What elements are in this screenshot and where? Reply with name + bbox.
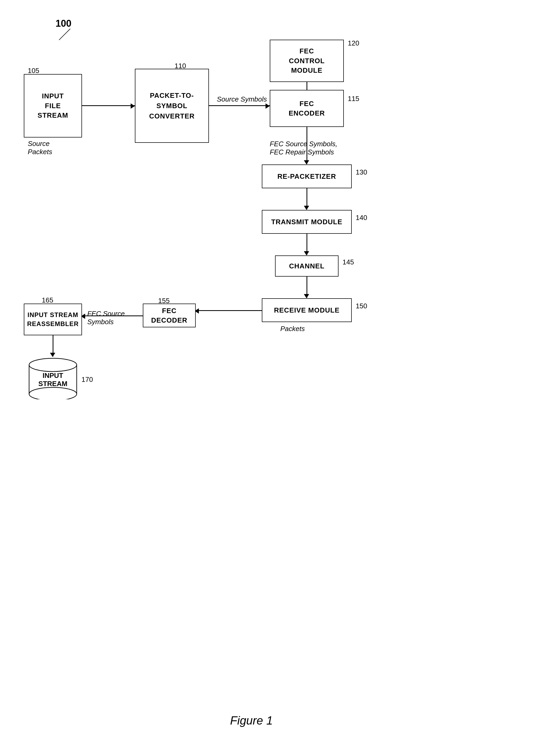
- ref-105: 105: [28, 67, 39, 75]
- ref-115: 115: [348, 95, 359, 103]
- fec-decoder-box: FEC DECODER: [143, 304, 196, 327]
- fec-encoder-box: FEC ENCODER: [270, 90, 344, 127]
- fec-control-module-box: FEC CONTROL MODULE: [270, 40, 344, 82]
- packets-label: Packets: [280, 325, 305, 333]
- fec-symbols-label: FEC Source Symbols, FEC Repair Symbols: [270, 132, 337, 156]
- input-stream-cylinder: INPUTSTREAM: [26, 357, 79, 399]
- channel-box: CHANNEL: [275, 255, 339, 277]
- diagram: 100 INPUT FILE STREAM 105 Source Packets…: [0, 0, 544, 756]
- ref-120: 120: [348, 39, 359, 47]
- source-symbols-label: Source Symbols: [217, 95, 267, 103]
- ref-155: 155: [158, 297, 170, 305]
- re-packetizer-box: RE-PACKETIZER: [262, 164, 352, 188]
- ref-150: 150: [356, 302, 367, 310]
- ref-170: 170: [81, 375, 93, 384]
- input-file-stream-box: INPUT FILE STREAM: [24, 74, 82, 138]
- input-stream-reassembler-box: INPUT STREAM REASSEMBLER: [24, 304, 82, 335]
- diagram-title: 100: [56, 18, 71, 29]
- figure-label: Figure 1: [230, 714, 273, 727]
- source-packets-label: Source Packets: [28, 140, 52, 156]
- fec-source-symbols-label: FEC Source Symbols: [87, 301, 125, 326]
- receive-module-box: RECEIVE MODULE: [262, 298, 352, 322]
- ref-165: 165: [42, 296, 53, 304]
- ref-145: 145: [342, 258, 354, 266]
- svg-point-1: [29, 358, 77, 372]
- ref-140: 140: [356, 214, 367, 222]
- ref-130: 130: [356, 168, 367, 176]
- ref-110: 110: [175, 62, 186, 70]
- svg-point-2: [29, 387, 77, 399]
- transmit-module-box: TRANSMIT MODULE: [262, 210, 352, 234]
- packet-to-symbol-box: PACKET-TO- SYMBOL CONVERTER: [135, 69, 209, 143]
